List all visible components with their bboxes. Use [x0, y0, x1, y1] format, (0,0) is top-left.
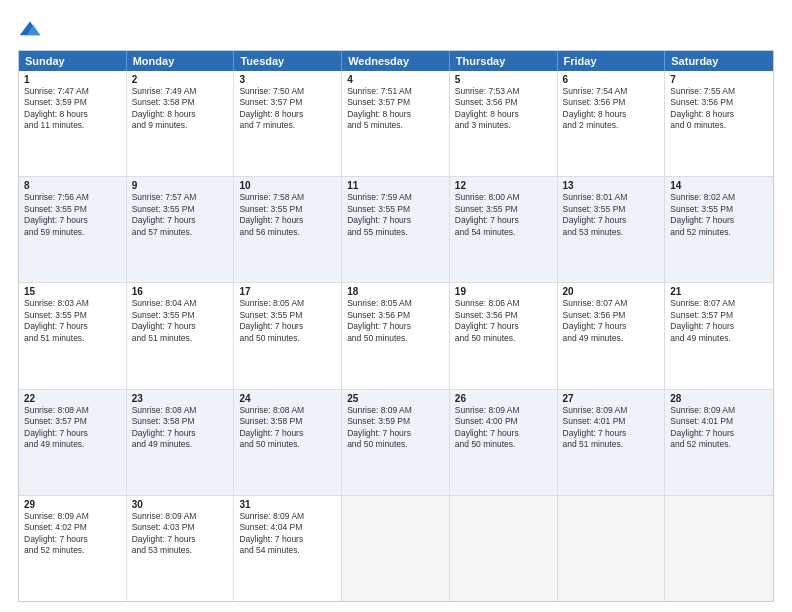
day-cell-23: 23Sunrise: 8:08 AMSunset: 3:58 PMDayligh… [127, 390, 235, 495]
day-cell-1: 1Sunrise: 7:47 AMSunset: 3:59 PMDaylight… [19, 71, 127, 176]
day-cell-7: 7Sunrise: 7:55 AMSunset: 3:56 PMDaylight… [665, 71, 773, 176]
day-details: Sunrise: 8:03 AMSunset: 3:55 PMDaylight:… [24, 298, 121, 344]
header-day-tuesday: Tuesday [234, 51, 342, 71]
calendar-row-0: 1Sunrise: 7:47 AMSunset: 3:59 PMDaylight… [19, 71, 773, 176]
calendar-row-2: 15Sunrise: 8:03 AMSunset: 3:55 PMDayligh… [19, 282, 773, 388]
day-number: 13 [563, 180, 660, 191]
day-details: Sunrise: 8:09 AMSunset: 3:59 PMDaylight:… [347, 405, 444, 451]
header-day-monday: Monday [127, 51, 235, 71]
calendar-row-4: 29Sunrise: 8:09 AMSunset: 4:02 PMDayligh… [19, 495, 773, 601]
day-number: 19 [455, 286, 552, 297]
calendar-row-1: 8Sunrise: 7:56 AMSunset: 3:55 PMDaylight… [19, 176, 773, 282]
day-cell-2: 2Sunrise: 7:49 AMSunset: 3:58 PMDaylight… [127, 71, 235, 176]
day-number: 26 [455, 393, 552, 404]
day-cell-16: 16Sunrise: 8:04 AMSunset: 3:55 PMDayligh… [127, 283, 235, 388]
day-details: Sunrise: 8:01 AMSunset: 3:55 PMDaylight:… [563, 192, 660, 238]
calendar-body: 1Sunrise: 7:47 AMSunset: 3:59 PMDaylight… [19, 71, 773, 601]
day-number: 14 [670, 180, 768, 191]
day-number: 6 [563, 74, 660, 85]
day-number: 30 [132, 499, 229, 510]
day-cell-11: 11Sunrise: 7:59 AMSunset: 3:55 PMDayligh… [342, 177, 450, 282]
day-cell-4: 4Sunrise: 7:51 AMSunset: 3:57 PMDaylight… [342, 71, 450, 176]
day-details: Sunrise: 7:51 AMSunset: 3:57 PMDaylight:… [347, 86, 444, 132]
day-details: Sunrise: 8:08 AMSunset: 3:57 PMDaylight:… [24, 405, 121, 451]
day-cell-29: 29Sunrise: 8:09 AMSunset: 4:02 PMDayligh… [19, 496, 127, 601]
day-cell-22: 22Sunrise: 8:08 AMSunset: 3:57 PMDayligh… [19, 390, 127, 495]
day-cell-28: 28Sunrise: 8:09 AMSunset: 4:01 PMDayligh… [665, 390, 773, 495]
day-cell-26: 26Sunrise: 8:09 AMSunset: 4:00 PMDayligh… [450, 390, 558, 495]
day-number: 9 [132, 180, 229, 191]
day-details: Sunrise: 7:58 AMSunset: 3:55 PMDaylight:… [239, 192, 336, 238]
empty-cell [342, 496, 450, 601]
day-number: 16 [132, 286, 229, 297]
day-cell-19: 19Sunrise: 8:06 AMSunset: 3:56 PMDayligh… [450, 283, 558, 388]
day-details: Sunrise: 7:56 AMSunset: 3:55 PMDaylight:… [24, 192, 121, 238]
header-day-wednesday: Wednesday [342, 51, 450, 71]
day-cell-14: 14Sunrise: 8:02 AMSunset: 3:55 PMDayligh… [665, 177, 773, 282]
day-cell-10: 10Sunrise: 7:58 AMSunset: 3:55 PMDayligh… [234, 177, 342, 282]
day-details: Sunrise: 7:47 AMSunset: 3:59 PMDaylight:… [24, 86, 121, 132]
day-cell-31: 31Sunrise: 8:09 AMSunset: 4:04 PMDayligh… [234, 496, 342, 601]
day-cell-18: 18Sunrise: 8:05 AMSunset: 3:56 PMDayligh… [342, 283, 450, 388]
day-details: Sunrise: 8:07 AMSunset: 3:56 PMDaylight:… [563, 298, 660, 344]
day-number: 29 [24, 499, 121, 510]
day-details: Sunrise: 7:53 AMSunset: 3:56 PMDaylight:… [455, 86, 552, 132]
day-number: 21 [670, 286, 768, 297]
header-day-thursday: Thursday [450, 51, 558, 71]
day-details: Sunrise: 7:59 AMSunset: 3:55 PMDaylight:… [347, 192, 444, 238]
page: SundayMondayTuesdayWednesdayThursdayFrid… [0, 0, 792, 612]
day-details: Sunrise: 8:09 AMSunset: 4:01 PMDaylight:… [670, 405, 768, 451]
day-details: Sunrise: 8:08 AMSunset: 3:58 PMDaylight:… [132, 405, 229, 451]
day-cell-9: 9Sunrise: 7:57 AMSunset: 3:55 PMDaylight… [127, 177, 235, 282]
day-details: Sunrise: 7:55 AMSunset: 3:56 PMDaylight:… [670, 86, 768, 132]
day-number: 22 [24, 393, 121, 404]
day-number: 1 [24, 74, 121, 85]
empty-cell [558, 496, 666, 601]
day-details: Sunrise: 8:09 AMSunset: 4:03 PMDaylight:… [132, 511, 229, 557]
day-details: Sunrise: 8:08 AMSunset: 3:58 PMDaylight:… [239, 405, 336, 451]
day-details: Sunrise: 7:54 AMSunset: 3:56 PMDaylight:… [563, 86, 660, 132]
day-details: Sunrise: 8:07 AMSunset: 3:57 PMDaylight:… [670, 298, 768, 344]
day-details: Sunrise: 8:06 AMSunset: 3:56 PMDaylight:… [455, 298, 552, 344]
empty-cell [450, 496, 558, 601]
day-details: Sunrise: 7:57 AMSunset: 3:55 PMDaylight:… [132, 192, 229, 238]
day-cell-15: 15Sunrise: 8:03 AMSunset: 3:55 PMDayligh… [19, 283, 127, 388]
day-details: Sunrise: 8:09 AMSunset: 4:01 PMDaylight:… [563, 405, 660, 451]
day-number: 11 [347, 180, 444, 191]
day-details: Sunrise: 7:49 AMSunset: 3:58 PMDaylight:… [132, 86, 229, 132]
day-details: Sunrise: 8:09 AMSunset: 4:04 PMDaylight:… [239, 511, 336, 557]
day-cell-25: 25Sunrise: 8:09 AMSunset: 3:59 PMDayligh… [342, 390, 450, 495]
day-number: 24 [239, 393, 336, 404]
day-details: Sunrise: 8:05 AMSunset: 3:56 PMDaylight:… [347, 298, 444, 344]
day-number: 23 [132, 393, 229, 404]
calendar: SundayMondayTuesdayWednesdayThursdayFrid… [18, 50, 774, 602]
day-cell-13: 13Sunrise: 8:01 AMSunset: 3:55 PMDayligh… [558, 177, 666, 282]
day-details: Sunrise: 8:09 AMSunset: 4:02 PMDaylight:… [24, 511, 121, 557]
day-cell-12: 12Sunrise: 8:00 AMSunset: 3:55 PMDayligh… [450, 177, 558, 282]
day-cell-27: 27Sunrise: 8:09 AMSunset: 4:01 PMDayligh… [558, 390, 666, 495]
day-number: 7 [670, 74, 768, 85]
day-details: Sunrise: 8:09 AMSunset: 4:00 PMDaylight:… [455, 405, 552, 451]
day-details: Sunrise: 8:05 AMSunset: 3:55 PMDaylight:… [239, 298, 336, 344]
day-cell-24: 24Sunrise: 8:08 AMSunset: 3:58 PMDayligh… [234, 390, 342, 495]
day-number: 4 [347, 74, 444, 85]
day-number: 27 [563, 393, 660, 404]
header-day-sunday: Sunday [19, 51, 127, 71]
day-details: Sunrise: 8:04 AMSunset: 3:55 PMDaylight:… [132, 298, 229, 344]
calendar-header: SundayMondayTuesdayWednesdayThursdayFrid… [19, 51, 773, 71]
day-details: Sunrise: 7:50 AMSunset: 3:57 PMDaylight:… [239, 86, 336, 132]
calendar-row-3: 22Sunrise: 8:08 AMSunset: 3:57 PMDayligh… [19, 389, 773, 495]
day-number: 31 [239, 499, 336, 510]
day-details: Sunrise: 8:02 AMSunset: 3:55 PMDaylight:… [670, 192, 768, 238]
header-day-saturday: Saturday [665, 51, 773, 71]
day-number: 20 [563, 286, 660, 297]
day-details: Sunrise: 8:00 AMSunset: 3:55 PMDaylight:… [455, 192, 552, 238]
header [18, 18, 774, 42]
day-number: 10 [239, 180, 336, 191]
day-cell-3: 3Sunrise: 7:50 AMSunset: 3:57 PMDaylight… [234, 71, 342, 176]
day-number: 25 [347, 393, 444, 404]
empty-cell [665, 496, 773, 601]
day-number: 8 [24, 180, 121, 191]
day-cell-8: 8Sunrise: 7:56 AMSunset: 3:55 PMDaylight… [19, 177, 127, 282]
day-number: 3 [239, 74, 336, 85]
